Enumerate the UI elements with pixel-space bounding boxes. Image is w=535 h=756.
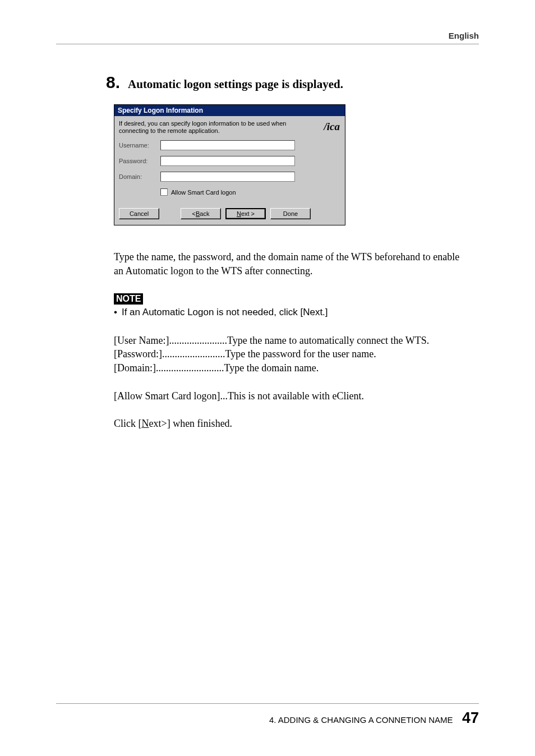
def-username: [User Name:].......................Type … (114, 334, 471, 347)
dialog-body: If desired, you can specify logon inform… (114, 116, 345, 225)
back-button[interactable]: < Back (181, 208, 221, 219)
step-heading: 8. Automatic logon settings page is disp… (106, 73, 471, 92)
domain-label: Domain: (119, 173, 160, 180)
done-button[interactable]: Done (270, 208, 311, 219)
dialog-screenshot: Specify Logon Information If desired, yo… (114, 104, 345, 225)
bullet-marker: • (114, 307, 117, 318)
note-label: NOTE (114, 293, 143, 305)
step-number: 8. (106, 73, 120, 92)
dialog-description: If desired, you can specify logon inform… (119, 120, 340, 135)
username-input[interactable] (160, 140, 295, 150)
next-button[interactable]: Next > (225, 208, 266, 219)
password-row: Password: (119, 156, 340, 166)
username-label: Username: (119, 142, 160, 149)
smartcard-checkbox-label: Allow Smart Card logon (171, 189, 236, 196)
smartcard-note: [Allow Smart Card logon]...This is not a… (114, 390, 471, 402)
page-footer: 4. ADDING & CHANGING A CONNETION NAME 47 (56, 703, 479, 727)
cancel-button[interactable]: Cancel (119, 208, 159, 219)
password-input[interactable] (160, 156, 295, 166)
domain-row: Domain: (119, 172, 340, 182)
note-text: If an Automatic Logon is not needed, cli… (122, 307, 328, 318)
def-domain: [Domain:]...........................Type… (114, 361, 471, 375)
domain-input[interactable] (160, 172, 295, 182)
click-next-instruction: Click [Next>] when finished. (114, 418, 471, 430)
language-label: English (449, 31, 479, 40)
definition-list: [User Name:].......................Type … (114, 334, 471, 375)
password-label: Password: (119, 158, 160, 164)
paragraph-1: Type the name, the password, and the dom… (114, 250, 471, 278)
dialog-titlebar: Specify Logon Information (114, 105, 345, 116)
page-header: English (56, 31, 479, 44)
ica-logo-icon: /ica (324, 121, 340, 133)
smartcard-checkbox[interactable] (160, 188, 168, 196)
footer-chapter: 4. ADDING & CHANGING A CONNETION NAME (269, 715, 453, 725)
logon-dialog: Specify Logon Information If desired, yo… (114, 104, 345, 225)
username-row: Username: (119, 140, 340, 150)
smartcard-checkbox-row: Allow Smart Card logon (160, 188, 340, 196)
step-title: Automatic logon settings page is display… (128, 77, 343, 91)
footer-page-number: 47 (462, 709, 479, 726)
dialog-button-row: Cancel < Back Next > Done (119, 208, 340, 219)
def-password: [Password:].........................Type… (114, 347, 471, 361)
main-content: 8. Automatic logon settings page is disp… (106, 73, 471, 430)
note-bullet: • If an Automatic Logon is not needed, c… (114, 307, 471, 318)
